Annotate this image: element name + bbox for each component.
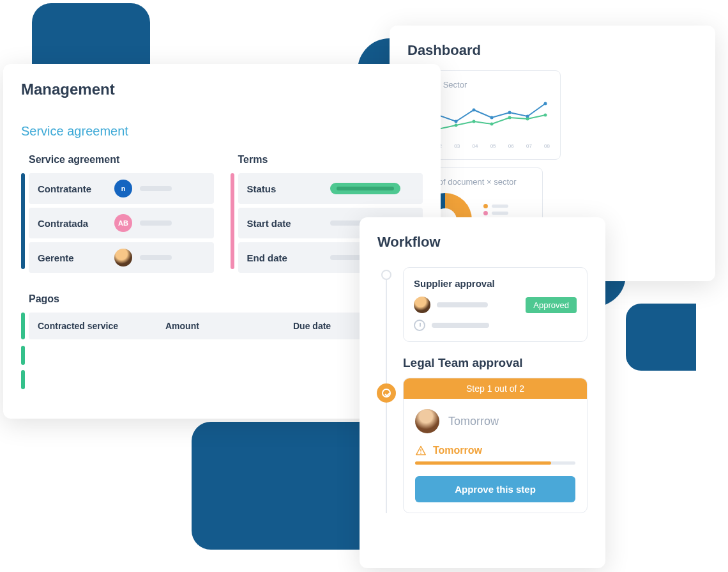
step-title: Legal Team approval — [403, 356, 588, 370]
timeline-dot — [381, 270, 391, 280]
field-label: Start date — [247, 218, 322, 229]
svg-point-2 — [455, 120, 458, 123]
approve-button[interactable]: Approve this step — [415, 476, 575, 502]
assignee-due: Tomorrow — [448, 415, 499, 428]
status-pill — [330, 183, 400, 194]
workflow-step-1: Supplier approval Approved — [403, 267, 588, 342]
field-contratante[interactable]: Contratante n — [29, 173, 214, 204]
field-label: End date — [247, 252, 322, 263]
field-contratada[interactable]: Contratada AB — [29, 208, 214, 238]
th-service: Contracted service — [38, 321, 165, 331]
avatar-photo — [414, 297, 430, 313]
placeholder-text — [140, 255, 172, 260]
col-terms-title: Terms — [231, 154, 423, 166]
workflow-card: Workflow Supplier approval Approved Lega… — [360, 217, 605, 568]
management-subtitle: Service agreement — [21, 124, 423, 139]
field-label: Contratante — [38, 183, 107, 194]
step-title: Supplier approval — [414, 278, 577, 289]
svg-point-4 — [490, 116, 494, 120]
svg-point-17 — [420, 452, 421, 454]
management-title: Management — [21, 81, 423, 98]
warn-label: Tomorrow — [433, 445, 482, 456]
th-amount: Amount — [165, 321, 293, 331]
svg-point-3 — [473, 109, 476, 112]
svg-point-14 — [526, 118, 529, 121]
col-sa-title: Service agreement — [21, 154, 214, 166]
placeholder-text — [140, 186, 172, 191]
field-gerente[interactable]: Gerente — [29, 242, 214, 273]
placeholder-text — [432, 323, 489, 328]
field-label: Status — [247, 183, 322, 194]
workflow-title: Workflow — [377, 234, 588, 251]
check-circle-icon — [382, 389, 391, 398]
avatar-company-icon: n — [114, 180, 132, 197]
svg-point-12 — [490, 123, 494, 126]
avatar-initials: AB — [114, 214, 132, 232]
field-status[interactable]: Status — [238, 173, 423, 204]
placeholder-text — [140, 220, 172, 226]
placeholder-text — [437, 302, 488, 307]
svg-point-11 — [473, 120, 476, 123]
step-banner: Step 1 out of 2 — [404, 378, 587, 399]
warning-icon — [415, 445, 427, 456]
svg-point-7 — [544, 102, 547, 105]
field-label: Gerente — [38, 252, 107, 263]
avatar-photo — [415, 409, 439, 433]
svg-point-15 — [544, 114, 547, 117]
avatar-photo — [114, 249, 132, 267]
dashboard-title: Dashboard — [407, 42, 697, 59]
workflow-step-2: Step 1 out of 2 Tomorrow Tomorrow Approv… — [403, 378, 588, 513]
bg-decoration — [192, 422, 383, 550]
timeline-marker-active — [377, 383, 396, 403]
status-badge: Approved — [526, 297, 577, 313]
svg-point-13 — [508, 116, 512, 120]
svg-point-5 — [508, 111, 512, 114]
svg-point-10 — [455, 124, 458, 127]
clock-icon — [414, 320, 425, 331]
progress-bar — [415, 461, 575, 465]
field-label: Contratada — [38, 218, 107, 229]
